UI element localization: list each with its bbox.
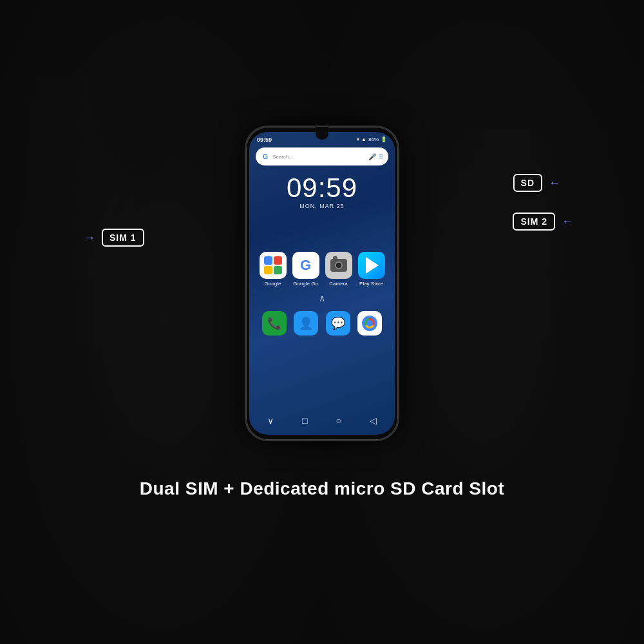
app-grid: Google G Google Go (249, 248, 395, 290)
arrow-left-2-icon: ← (562, 215, 573, 229)
phone-icon: 📞 (267, 316, 281, 330)
play-store-label: Play Store (359, 281, 383, 287)
phone-body: 09:59 ▾ ▲ 86% 🔋 G Search... 🎤 ⠿ (245, 126, 399, 441)
battery-text: 86% (368, 137, 379, 142)
nav-home-icon: ○ (336, 415, 341, 426)
dock-messages[interactable]: 💬 (326, 311, 350, 336)
messages-icon: 💬 (331, 316, 345, 330)
camera-icon (325, 252, 352, 279)
mic-icon: 🎤 (368, 153, 376, 160)
contacts-icon: 👤 (299, 316, 313, 330)
google-grid-icon (264, 256, 282, 274)
google-logo: G (261, 152, 270, 161)
main-content: → SIM 1 SD ← SIM 2 ← 09:59 ▾ (0, 0, 644, 644)
phone-notch (316, 127, 328, 140)
google-go-label: Google Go (293, 281, 318, 287)
nav-down-icon: ∨ (267, 415, 274, 426)
app-google[interactable]: Google (258, 252, 287, 287)
google-label: Google (265, 281, 281, 287)
status-icons: ▾ ▲ 86% 🔋 (357, 137, 387, 142)
arrow-left-icon: ← (549, 176, 560, 190)
arrow-right-icon: → (84, 231, 95, 245)
google-go-icon: G (292, 252, 319, 279)
dock: 📞 👤 💬 (249, 307, 395, 339)
sd-box: SD (513, 174, 542, 192)
nav-back-icon: ◁ (370, 415, 377, 426)
nav-bar: ∨ □ ○ ◁ (249, 412, 395, 430)
dock-chrome[interactable] (357, 311, 382, 336)
phone-device: 09:59 ▾ ▲ 86% 🔋 G Search... 🎤 ⠿ (245, 126, 399, 441)
status-time: 09:59 (257, 137, 272, 143)
chrome-icon (362, 316, 377, 331)
camera-body-icon (330, 259, 347, 272)
clock-area: 09:59 MON, MAR 25 (249, 175, 395, 209)
app-google-go[interactable]: G Google Go (291, 252, 320, 287)
search-placeholder: Search... (272, 154, 366, 160)
dock-contacts[interactable]: 👤 (294, 311, 318, 336)
apps-icon: ⠿ (379, 153, 383, 160)
nav-recent-icon: □ (302, 415, 307, 426)
sim2-box: SIM 2 (513, 213, 555, 231)
battery-icon: 🔋 (381, 137, 387, 142)
google-icon (260, 252, 287, 279)
phone-screen: 09:59 ▾ ▲ 86% 🔋 G Search... 🎤 ⠿ (249, 132, 395, 435)
app-play-store[interactable]: Play Store (357, 252, 386, 287)
search-bar[interactable]: G Search... 🎤 ⠿ (256, 147, 388, 166)
app-camera[interactable]: Camera (324, 252, 353, 287)
clock-time: 09:59 (249, 175, 395, 202)
headline-text: Dual SIM + Dedicated micro SD Card Slot (140, 478, 504, 499)
swipe-up-indicator: ∧ (249, 293, 395, 303)
wifi-icon: ▾ (357, 137, 359, 142)
sim1-box: SIM 1 (102, 229, 144, 247)
sd-label: SD ← (513, 174, 560, 192)
clock-date: MON, MAR 25 (249, 203, 395, 209)
camera-label: Camera (329, 281, 347, 287)
play-store-icon (358, 252, 385, 279)
dock-phone[interactable]: 📞 (262, 311, 287, 336)
sim2-label: SIM 2 ← (513, 213, 573, 231)
sim1-label: → SIM 1 (84, 229, 144, 247)
signal-icon: ▲ (361, 137, 366, 142)
